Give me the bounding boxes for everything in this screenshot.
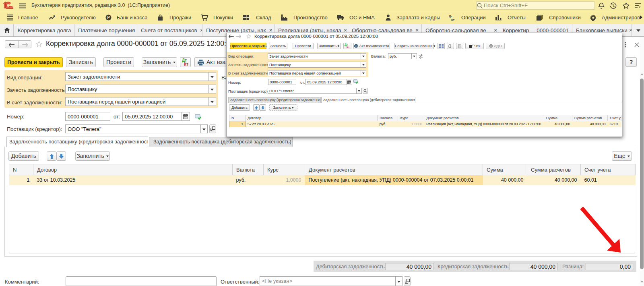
svg-text:P: P [107, 15, 110, 20]
svg-text:Кт: Кт [451, 18, 455, 21]
